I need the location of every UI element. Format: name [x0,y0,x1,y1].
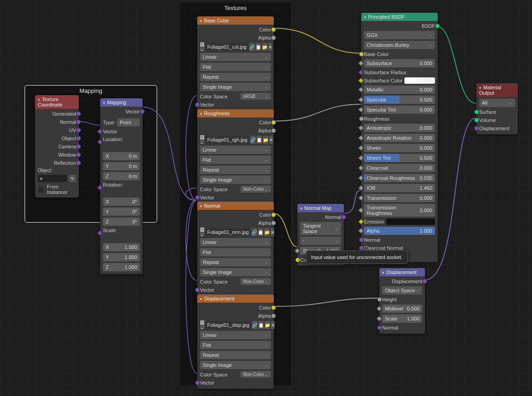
open-image-icon[interactable]: 📁 [264,228,270,236]
socket-in[interactable] [195,195,200,200]
open-image-icon[interactable]: 📁 [262,43,267,51]
socket-in[interactable] [376,316,382,322]
open-image-icon[interactable]: 📁 [265,321,270,329]
image-name-field[interactable]: Foliage01_nrm.jpg [205,228,251,236]
bsdf-number[interactable]: IOR1.450 [364,184,435,192]
image-name-field[interactable]: Foliage01_col.jpg [205,43,248,51]
space-dropdown[interactable]: Tangent Space⌄ [300,222,341,235]
bsdf-slider[interactable]: Transmission0.000 [364,194,435,202]
new-image-icon[interactable]: 📋 [258,228,263,236]
socket-in[interactable] [294,248,300,254]
xyz-field[interactable]: X0 m [103,152,140,160]
unlink-icon[interactable]: 🔗 [251,228,257,236]
unlink-icon[interactable]: 🔗 [252,321,257,329]
socket-in[interactable] [358,195,364,201]
browse-image-icon[interactable]: 🖼⌄ [200,43,205,51]
node-texture-coordinate[interactable]: Texture Coordinate Generated Normal UV O… [35,95,79,198]
remove-image-icon[interactable]: ✕ [271,321,275,329]
source-dropdown[interactable]: Single Image⌄ [200,268,271,276]
socket-in[interactable] [358,125,364,131]
bsdf-slider[interactable]: Sheen0.000 [364,144,435,152]
socket-out[interactable] [271,128,276,133]
colorspace-dropdown[interactable]: Non-Color⌄ [240,186,271,193]
node-image-base-color[interactable]: Base Color Color Alpha 🖼⌄ Foliage01_col.… [197,16,274,111]
socket-in[interactable] [358,208,364,213]
color-swatch[interactable] [404,77,435,84]
new-image-icon[interactable]: 📋 [256,136,262,144]
socket-in[interactable] [377,325,382,330]
socket-in[interactable] [358,145,364,151]
interpolation-dropdown[interactable]: Linear⌄ [200,331,271,339]
bsdf-slider[interactable]: Subsurface0.000 [364,59,435,67]
projection-dropdown[interactable]: Flat⌄ [200,248,271,256]
socket-out[interactable] [422,279,427,284]
interpolation-dropdown[interactable]: Linear⌄ [200,238,271,246]
bsdf-slider[interactable]: Specular Tint0.000 [364,106,435,114]
source-dropdown[interactable]: Single Image⌄ [200,83,271,91]
socket-in[interactable] [358,97,364,103]
socket-in[interactable] [474,118,479,123]
colorspace-dropdown[interactable]: sRGB⌄ [240,93,271,100]
socket-in[interactable] [358,78,364,84]
space-dropdown[interactable]: Object Space⌄ [382,286,422,294]
socket-in[interactable] [358,165,364,171]
node-header[interactable]: Displacement [379,268,425,276]
browse-image-icon[interactable]: 🖼⌄ [200,136,205,144]
node-image-normal[interactable]: Normal Color Alpha 🖼⌄ Foliage01_nrm.jpg … [197,202,274,296]
socket-in[interactable] [376,306,382,312]
node-displacement[interactable]: Displacement Displacement Object Space⌄ … [379,268,425,334]
socket-in[interactable] [359,246,364,251]
socket-out[interactable] [435,24,440,29]
bsdf-slider[interactable]: Metallic0.000 [364,86,435,94]
node-image-displacement[interactable]: Displacement Color Alpha 🖼⌄ Foliage01_di… [197,294,274,389]
type-dropdown[interactable]: Point⌄ [117,118,140,127]
image-name-field[interactable]: Foliage01_rgh.jpg [205,136,249,144]
socket-out[interactable] [76,112,81,117]
xyz-field[interactable]: Z1.000 [103,263,140,271]
node-image-roughness[interactable]: Roughness Color Alpha 🖼⌄ Foliage01_rgh.j… [197,109,274,203]
bsdf-slider[interactable]: Anisotropic Rotation0.000 [364,134,435,142]
socket-in[interactable] [358,87,364,93]
node-header[interactable]: Roughness [197,109,274,117]
uvmap-dropdown[interactable]: ▪⌄ [300,237,341,245]
unlink-icon[interactable]: 🔗 [250,136,256,144]
socket-out[interactable] [271,36,276,41]
bsdf-slider[interactable]: Alpha1.000 [364,227,435,235]
colorspace-dropdown[interactable]: Non-Color⌄ [240,278,271,285]
bsdf-slider[interactable]: Sheen Tint0.500 [364,154,435,162]
projection-dropdown[interactable]: Flat⌄ [200,63,271,71]
xyz-field[interactable]: Z0° [103,218,140,226]
socket-out[interactable] [271,120,276,125]
xyz-field[interactable]: Y1.000 [103,253,140,261]
xyz-field[interactable]: Y0° [103,208,140,216]
socket-in[interactable] [358,135,364,141]
extension-dropdown[interactable]: Repeat⌄ [200,258,271,266]
source-dropdown[interactable]: Single Image⌄ [200,361,271,369]
socket-out[interactable] [76,128,81,133]
socket-out[interactable] [76,161,81,166]
socket-in[interactable] [358,61,364,66]
socket-out[interactable] [140,109,145,114]
node-header[interactable]: Principled BSDF [361,13,438,21]
socket-in[interactable] [195,381,200,386]
socket-in[interactable] [358,219,364,225]
image-name-field[interactable]: Foliage01_disp.jpg [205,321,251,329]
remove-image-icon[interactable]: ✕ [269,136,273,144]
socket-in[interactable] [195,102,200,107]
node-header[interactable]: Normal [197,202,274,210]
node-material-output[interactable]: Material Output All⌄ Surface Volume Disp… [476,83,518,134]
node-header[interactable]: Normal Map [297,204,344,212]
socket-out[interactable] [76,136,81,141]
open-image-icon[interactable]: 📁 [263,136,268,144]
socket-in[interactable] [295,258,300,263]
xyz-field[interactable]: X1.000 [103,243,140,251]
socket-in[interactable] [474,126,479,131]
node-header[interactable]: Texture Coordinate [35,95,79,109]
sss-method-dropdown[interactable]: Christensen-Burley⌄ [364,41,435,49]
extension-dropdown[interactable]: Repeat⌄ [200,73,271,81]
socket-out[interactable] [271,213,276,218]
socket-in[interactable] [358,107,364,113]
socket-out[interactable] [76,144,81,149]
node-header[interactable]: Mapping [100,98,143,107]
colorspace-dropdown[interactable]: Non-Color⌄ [240,371,271,378]
